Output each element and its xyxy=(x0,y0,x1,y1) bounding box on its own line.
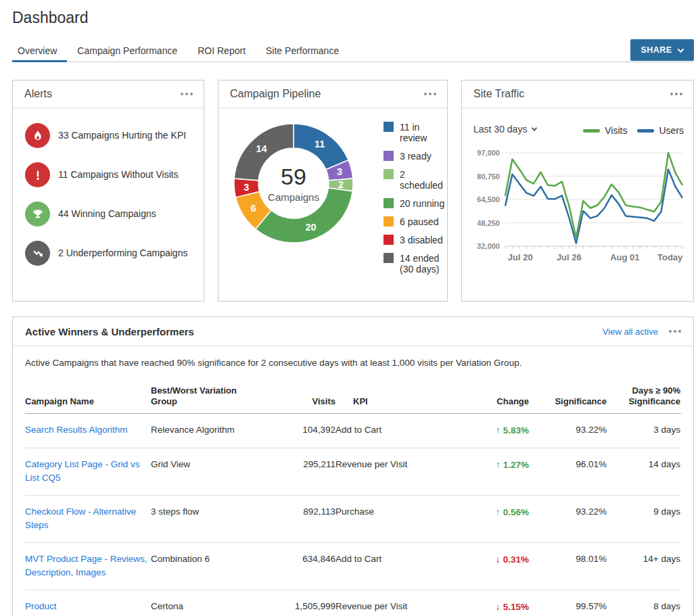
x-axis-tick-label: Aug 01 xyxy=(610,252,639,262)
variation-group-cell: 3 steps flow xyxy=(151,496,255,542)
y-axis-tick-label: 80,750 xyxy=(477,172,500,181)
campaign-name-cell: MVT Product Page - Reviews, Description,… xyxy=(25,543,151,590)
arrow-up-icon: ↑ xyxy=(496,425,503,435)
alert-item-44-winning-campaigns[interactable]: 44 Winning Campaigns xyxy=(25,202,191,227)
alert-text: 44 Winning Campaigns xyxy=(58,208,156,220)
alerts-card-title: Alerts xyxy=(24,88,52,100)
visits-cell: 634,846 xyxy=(255,543,335,590)
significance-cell: 93.22% xyxy=(529,414,607,448)
tab-site-performance[interactable]: Site Performance xyxy=(256,41,349,62)
campaign-name-cell: Checkout Flow - Alternative Steps xyxy=(25,496,151,542)
change-cell: ↓ 0.31% xyxy=(458,543,529,590)
column-header-best-worst-variation-group: Best/Worst Variation Group xyxy=(151,385,255,407)
arrow-down-icon: ↓ xyxy=(496,554,503,565)
legend-item-11-in-review: 11 in review xyxy=(383,122,448,143)
winners-overflow-menu-icon[interactable] xyxy=(668,326,682,337)
winners-description: Active Campaigns that have reached 90% s… xyxy=(25,358,681,368)
variation-group-cell: Combination 6 xyxy=(151,543,255,590)
alert-item-11-campaigns-without-visits[interactable]: 11 Campaigns Without Visits xyxy=(25,162,191,187)
visits-cell: 1,505,999 xyxy=(255,590,335,616)
trophy-icon xyxy=(25,202,50,227)
alerts-overflow-menu-icon[interactable] xyxy=(179,89,194,99)
kpi-cell: Revenue per Visit xyxy=(335,590,458,616)
exclamation-icon xyxy=(25,162,50,187)
column-header-days-90-significance: Days ≥ 90% Significance xyxy=(607,385,680,407)
legend-label: 6 paused xyxy=(400,216,439,227)
legend-item-3-ready: 3 ready xyxy=(383,151,448,162)
share-button[interactable]: SHARE xyxy=(630,39,694,61)
traffic-legend: VisitsUsers xyxy=(583,125,684,136)
campaign-pipeline-card: Campaign Pipeline 113220631459Campaigns … xyxy=(218,80,448,302)
visits-cell: 892,113 xyxy=(255,496,335,542)
traffic-line-chart: 97,00080,75064,50048,25032,000Jul 20Jul … xyxy=(467,143,691,279)
change-cell: ↑ 0.56% xyxy=(458,496,529,542)
pipeline-legend: 11 in review3 ready2 scheduled20 running… xyxy=(383,122,448,282)
donut-center-value: 59 xyxy=(281,164,306,189)
campaign-link[interactable]: MVT Product Page - Reviews, Description,… xyxy=(25,554,147,577)
x-axis-tick-label: Jul 26 xyxy=(557,252,582,262)
donut-segment-value: 20 xyxy=(305,222,316,233)
days-cell: 8 days xyxy=(607,590,680,616)
date-range-select[interactable]: Last 30 days xyxy=(473,124,536,135)
significance-cell: 96.01% xyxy=(529,448,607,495)
legend-swatch xyxy=(383,253,394,263)
pipeline-card-title: Campaign Pipeline xyxy=(230,88,321,100)
table-row: Category List Page - Grid vs List CQ5Gri… xyxy=(25,448,681,496)
tab-roi-report[interactable]: ROI Report xyxy=(187,41,256,62)
legend-item-6-paused: 6 paused xyxy=(383,216,448,227)
legend-swatch xyxy=(637,129,654,133)
change-cell: ↑ 5.83% xyxy=(458,414,529,448)
table-row: Checkout Flow - Alternative Steps3 steps… xyxy=(25,496,681,543)
days-cell: 9 days xyxy=(607,496,680,542)
column-header-kpi: KPI xyxy=(335,396,458,407)
significance-cell: 93.22% xyxy=(529,496,607,542)
traffic-overflow-menu-icon[interactable] xyxy=(669,89,684,99)
kpi-cell: Add to Cart xyxy=(335,543,458,590)
significance-cell: 99.57% xyxy=(529,590,607,616)
change-value: 0.56% xyxy=(503,507,529,517)
alert-item-2-underperforming-campaigns[interactable]: 2 Underperforming Campaigns xyxy=(25,241,191,266)
kpi-cell: Purchase xyxy=(335,496,458,542)
variation-group-cell: Grid View xyxy=(151,448,255,495)
change-value: 1.27% xyxy=(503,460,529,470)
date-range-label: Last 30 days xyxy=(473,124,527,135)
donut-segment-value: 2 xyxy=(338,179,344,190)
arrow-up-icon: ↑ xyxy=(496,459,503,470)
change-value: 5.15% xyxy=(503,602,529,612)
arrow-down-icon: ↓ xyxy=(496,601,503,612)
legend-label: 14 ended (30 days) xyxy=(400,253,448,275)
legend-label: Visits xyxy=(605,125,627,136)
tab-overview[interactable]: Overview xyxy=(12,41,67,62)
visits-cell: 295,211 xyxy=(255,448,335,495)
x-axis-tick-label: Today xyxy=(657,252,683,262)
winners-table: Campaign NameBest/Worst Variation GroupV… xyxy=(25,376,681,616)
change-value: 0.31% xyxy=(503,554,529,565)
share-button-label: SHARE xyxy=(641,45,672,55)
alert-item-33-campaigns-hurting-the-kpi[interactable]: 33 Campaigns Hurting the KPI xyxy=(25,123,191,148)
tab-campaign-performance[interactable]: Campaign Performance xyxy=(67,41,187,62)
alert-text: 11 Campaigns Without Visits xyxy=(58,168,179,181)
campaign-link[interactable]: Category List Page - Grid vs List CQ5 xyxy=(25,459,140,483)
x-axis-tick-label: Jul 20 xyxy=(508,252,533,262)
donut-segment-value: 11 xyxy=(315,139,325,149)
traffic-legend-item-visits: Visits xyxy=(583,125,627,136)
kpi-cell: Revenue per Visit xyxy=(335,448,458,495)
legend-swatch xyxy=(383,216,394,227)
legend-item-20-running: 20 running xyxy=(383,198,448,209)
page-title: Dashboard xyxy=(12,9,89,27)
campaign-link[interactable]: Checkout Flow - Alternative Steps xyxy=(25,506,136,530)
pipeline-overflow-menu-icon[interactable] xyxy=(423,89,438,99)
campaign-name-cell: Search Results Algorithm xyxy=(25,414,151,448)
donut-segment-value: 3 xyxy=(337,166,342,177)
trend-down-icon xyxy=(25,241,50,266)
donut-segment-value: 3 xyxy=(243,182,249,193)
traffic-card-title: Site Traffic xyxy=(473,88,524,100)
y-axis-tick-label: 97,000 xyxy=(477,149,500,157)
table-header-row: Campaign NameBest/Worst Variation GroupV… xyxy=(25,376,681,414)
campaign-link[interactable]: Product xyxy=(25,601,57,611)
view-all-active-link[interactable]: View all active xyxy=(603,327,658,337)
campaign-link[interactable]: Search Results Algorithm xyxy=(25,425,128,435)
site-traffic-card: Site Traffic Last 30 days VisitsUsers 97… xyxy=(461,80,694,302)
campaign-name-cell: Product xyxy=(25,590,151,616)
table-row: Search Results AlgorithmRelevance Algori… xyxy=(25,414,681,448)
